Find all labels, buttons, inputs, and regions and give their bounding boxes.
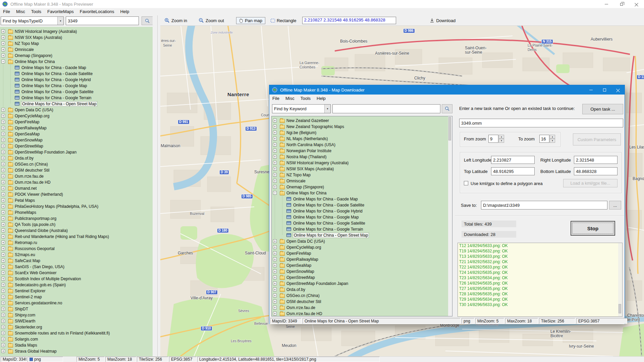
download-log[interactable]: T12 14/8294/5633.png: OKT19 14/8294/5632… [458, 243, 623, 317]
dialog-search-button[interactable] [442, 104, 452, 113]
menu-favoritemaps[interactable]: FavoriteMaps [44, 8, 77, 15]
tree-item[interactable]: +NSW Historical Imagery (Australia) [272, 160, 452, 166]
tree-item[interactable]: +Retromap.ru [0, 240, 153, 246]
tree-item[interactable]: +NSW SIX Maps (Australia) [0, 35, 153, 41]
search-input[interactable]: 3349 [66, 16, 139, 25]
menu-misc[interactable]: Misc [13, 8, 28, 15]
tree-item[interactable]: +OSM deutscher Stil [0, 167, 153, 173]
tree-item[interactable]: +Osm.rrze.fau.de [272, 305, 452, 311]
dialog-tree-scrollbar-thumb[interactable] [448, 117, 451, 140]
dialog-close-button[interactable] [611, 85, 625, 95]
tree-item[interactable]: +Publictransportmap.org [0, 216, 153, 222]
menu-help[interactable]: Help [117, 8, 132, 15]
menu-tools[interactable]: Tools [28, 8, 44, 15]
top-latitude-input[interactable]: 48.916295 [491, 167, 535, 175]
spinner-arrows[interactable]: ▲▼ [550, 135, 555, 143]
tree-item[interactable]: +Services.geodataonline.no [0, 300, 153, 306]
tree-item[interactable]: +OSGeo.cn (China) [0, 161, 153, 167]
tree-item[interactable]: +New Zealand Gazetteer [272, 118, 452, 124]
spin-up-icon[interactable]: ▲ [499, 135, 504, 139]
tree-item[interactable]: +Orda.of.by [272, 287, 452, 293]
tree-item[interactable]: +Omniscale [272, 178, 452, 184]
tree-item[interactable]: +Orda.of.by [0, 155, 153, 161]
tree-item[interactable]: Online Maps for China - Open Street Map [272, 232, 452, 238]
dialog-search-input[interactable] [332, 104, 440, 113]
zoom-out-button[interactable]: Zoom out [199, 17, 227, 24]
tree-item[interactable]: +NSW Historical Imagery (Australia) [0, 28, 153, 35]
restore-button[interactable] [614, 0, 629, 8]
tree-item[interactable]: +OpenStreetMap [0, 143, 153, 149]
tree-item[interactable]: +PhilaGeoHistory Maps (Philadelphia, PA,… [0, 203, 153, 209]
task-name-input[interactable]: 3349.omm [459, 119, 623, 127]
bottom-latitude-input[interactable]: 48.868328 [574, 167, 618, 175]
tree-item[interactable]: +PhoneMaps [0, 209, 153, 216]
tree-item[interactable]: +Nostra Map (Thailand) [272, 154, 452, 160]
dialog-menu-misc[interactable]: Misc [282, 95, 298, 102]
panel-divider[interactable] [153, 15, 160, 356]
tree-item[interactable]: Online Maps for China - Gaode Satellite [0, 71, 153, 77]
tree-item[interactable]: +Onemap (Singapore) [272, 184, 452, 190]
tree-item[interactable]: +Onemap (Singapore) [0, 53, 153, 59]
tree-item[interactable]: +OpenSnowMap [0, 137, 153, 143]
tree-item[interactable]: +Osm.rrze.fau.de HD [272, 311, 452, 316]
tree-item[interactable]: Online Maps for China - Open Street Map [0, 101, 153, 107]
tree-item[interactable]: +OpenCycleMap.org [272, 244, 452, 250]
spin-down-icon[interactable]: ▼ [499, 139, 504, 143]
tree-item[interactable]: +Roscosmos Geoportal [0, 246, 153, 252]
spinner-arrows[interactable]: ▲▼ [499, 135, 504, 143]
pan-map-button[interactable]: Pan map [236, 17, 265, 24]
tree-item[interactable]: +OpenRailwayMap [272, 256, 452, 262]
minimize-button[interactable] [599, 0, 614, 8]
tree-item[interactable]: +S2maps.eu [0, 252, 153, 258]
tree-item[interactable]: +Scottish Index of Multiple Deprivation [0, 276, 153, 282]
tree-item[interactable]: +Open Data DC (USA) [272, 238, 452, 244]
browse-button[interactable]: ... [609, 201, 621, 209]
tree-item[interactable]: Online Maps for China - Google Map [0, 83, 153, 89]
tree-item[interactable]: +Skoterleder.org [0, 324, 153, 330]
tree-item[interactable]: +OpenStreetMap [272, 275, 452, 281]
tree-item[interactable]: +Solargis.com [0, 336, 153, 342]
log-scrollbar-thumb[interactable] [619, 304, 621, 313]
tree-item[interactable]: −Online Maps for China [272, 190, 452, 196]
tree-item[interactable]: +OpenFireMap [272, 250, 452, 256]
tree-item[interactable]: +Ngi.be (Belgium) [272, 130, 452, 136]
download-button[interactable]: Download [430, 17, 458, 24]
tree-item[interactable]: +Omniscale [0, 47, 153, 53]
dialog-menu-file[interactable]: File [269, 95, 282, 102]
tree-item[interactable]: +NZ Topo Map [272, 172, 452, 178]
tree-item[interactable]: −Online Maps for China [0, 59, 153, 65]
dialog-tree-scrollbar[interactable] [448, 116, 452, 316]
log-scrollbar[interactable] [618, 243, 622, 316]
tree-item[interactable]: Online Maps for China - Google Terrain [0, 95, 153, 101]
tree-item[interactable]: +OpenSeaMap [0, 131, 153, 137]
dialog-maximize-button[interactable] [598, 85, 611, 95]
menu-favoritelocations[interactable]: FavoriteLocations [77, 8, 117, 15]
save-to-input[interactable]: D:\mapstest1\3349 [481, 201, 607, 209]
tree-item[interactable]: +North Carolina Maps (USA) [272, 142, 452, 148]
zoom-in-button[interactable]: Zoom in [164, 17, 190, 24]
tree-item[interactable]: +Shipxy.com [0, 312, 153, 318]
search-mode-combo[interactable]: Find by MapsTypeID ▼ [1, 16, 64, 25]
tree-item[interactable]: Online Maps for China - Gaode Map [272, 196, 452, 202]
dialog-minimize-button[interactable] [584, 85, 598, 95]
tree-item[interactable]: +QA Tools (qa.poole.ch) [0, 222, 153, 228]
tree-item[interactable]: Online Maps for China - Google Hybrid [272, 208, 452, 214]
tree-item[interactable]: +Stadia Maps [0, 342, 153, 348]
open-task-button[interactable]: Open task ... [582, 104, 623, 114]
tree-item[interactable]: +OpenCycleMap.org [0, 113, 153, 119]
tree-item[interactable]: +SafeCast Map [0, 258, 153, 264]
left-longitude-input[interactable]: 2.210827 [491, 156, 535, 164]
tree-item[interactable]: +OpenSeaMap [272, 262, 452, 268]
tree-item[interactable]: +Open Data DC (USA) [0, 107, 153, 113]
tree-item[interactable]: +Petal Maps [0, 197, 153, 203]
tree-item[interactable]: +ShipDT [0, 306, 153, 312]
kml-checkbox[interactable] [464, 181, 468, 185]
to-zoom-spinner[interactable]: 16 ▲▼ [539, 135, 555, 143]
tree-item[interactable]: +OSM deutscher Stil [272, 299, 452, 305]
from-zoom-spinner[interactable]: 9 ▲▼ [488, 135, 504, 143]
right-longitude-input[interactable]: 2.321548 [574, 156, 618, 164]
tree-item[interactable]: Online Maps for China - Gaode Satellite [272, 202, 452, 208]
menu-file[interactable]: File [0, 8, 13, 15]
bounds-coords-input[interactable]: 2.210827 2.321548 48.916295 48.868328 [302, 17, 396, 24]
custom-parameters-button[interactable]: Custom Parameters [573, 133, 621, 145]
